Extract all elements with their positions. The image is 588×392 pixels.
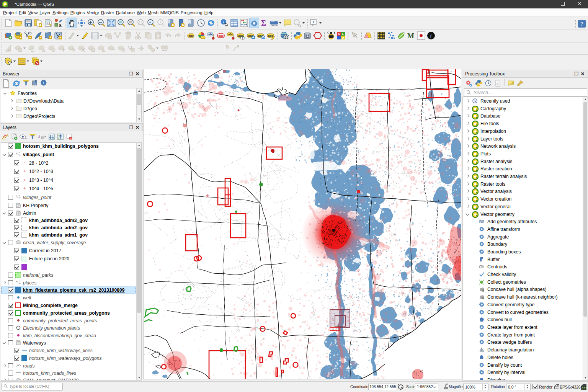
svg-text:abc: abc — [188, 34, 194, 38]
svg-text:D: D — [342, 36, 344, 39]
svg-text:1:1: 1:1 — [139, 21, 143, 24]
svg-text:S: S — [338, 32, 340, 36]
svg-text:T: T — [312, 20, 315, 24]
svg-text:a: a — [59, 23, 62, 28]
svg-text:M: M — [407, 32, 414, 40]
svg-text:i: i — [223, 20, 224, 24]
svg-text:L: L — [342, 32, 344, 36]
svg-text:i: i — [43, 81, 44, 85]
svg-text:ε: ε — [38, 134, 40, 139]
svg-text:Σ: Σ — [261, 19, 266, 27]
svg-text:?: ? — [580, 21, 583, 27]
svg-text:ab: ab — [209, 33, 212, 36]
svg-text:abc: abc — [219, 34, 224, 38]
svg-text:i: i — [430, 33, 432, 39]
svg-text:ab: ab — [229, 33, 232, 36]
svg-text:abc: abc — [268, 34, 273, 38]
